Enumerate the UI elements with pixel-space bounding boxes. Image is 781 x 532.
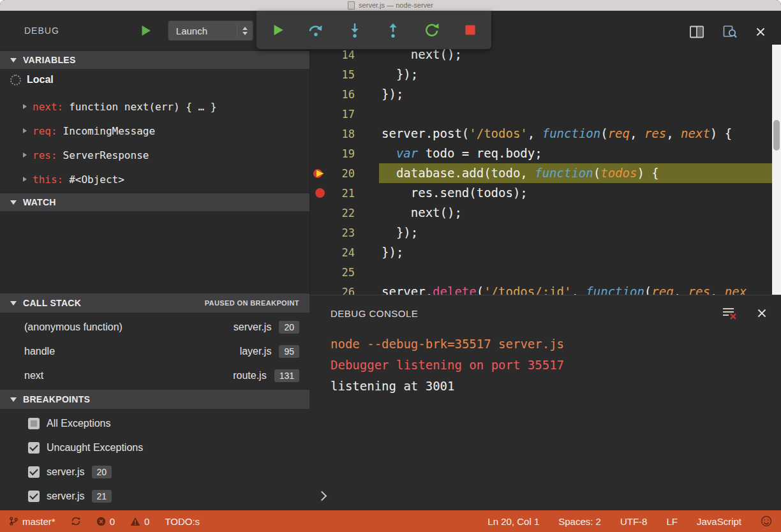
editor-scrollbar[interactable]	[772, 45, 781, 295]
breakpoints-section-header[interactable]: BREAKPOINTS	[0, 389, 309, 409]
breakpoint-checkbox[interactable]	[28, 491, 40, 502]
chevron-right-icon	[23, 177, 27, 182]
stop-button[interactable]	[459, 19, 481, 41]
callstack-list: (anonymous function)server.js20handlelay…	[0, 313, 309, 389]
callstack-frame[interactable]: (anonymous function)server.js20	[0, 315, 309, 339]
code-token: function	[542, 126, 601, 140]
status-0[interactable]: 0	[130, 516, 149, 527]
code-text[interactable]	[379, 104, 781, 124]
variable-row[interactable]: req:IncomingMessage	[0, 119, 309, 143]
variable-row[interactable]: next:function next(err) { … }	[0, 94, 309, 119]
code-text[interactable]: database.add(todo, function(todos) {	[379, 163, 781, 183]
breakpoint-checkbox[interactable]	[28, 442, 40, 454]
variable-row[interactable]: res:ServerResponse	[0, 143, 309, 167]
callstack-section-title: CALL STACK	[23, 298, 81, 308]
status-sync[interactable]	[71, 516, 81, 526]
code-line: 17	[310, 104, 781, 124]
console-prompt-icon	[317, 491, 327, 501]
console-input-row[interactable]	[309, 489, 781, 505]
code-line: 20 database.add(todo, function(todos) {	[310, 163, 781, 183]
code-token: todo = req.body;	[418, 146, 542, 160]
status-todo-s[interactable]: TODO:s	[165, 516, 200, 527]
breakpoint-row[interactable]: Uncaught Exceptions	[0, 436, 309, 460]
variable-row[interactable]: this:#<Object>	[0, 167, 309, 191]
step-into-button[interactable]	[344, 19, 366, 41]
step-out-button[interactable]	[382, 19, 404, 41]
callstack-frame[interactable]: handlelayer.js95	[0, 339, 309, 364]
code-text[interactable]: res.send(todos);	[379, 183, 781, 203]
line-number: 17	[329, 108, 355, 121]
search-editor-icon[interactable]	[722, 24, 738, 40]
code-token: todos	[600, 166, 637, 180]
breakpoint-row[interactable]: All Exceptions	[0, 411, 309, 436]
variable-name: res:	[33, 149, 57, 161]
status-label: Ln 20, Col 1	[487, 516, 539, 527]
step-over-button[interactable]	[305, 19, 327, 41]
frame-line-badge: 95	[279, 345, 299, 358]
code-text[interactable]: next();	[379, 203, 781, 223]
status-spaces-2[interactable]: Spaces: 2	[558, 516, 601, 527]
paused-status-badge: PAUSED ON BREAKPOINT	[205, 299, 299, 307]
status-javascript[interactable]: JavaScript	[697, 516, 741, 527]
frame-file: server.js	[234, 321, 272, 333]
status-lf[interactable]: LF	[666, 516, 678, 527]
code-token: database.add(todo,	[382, 166, 535, 180]
line-number: 20	[329, 167, 355, 180]
code-text[interactable]: server.delete('/todos/:id', function(req…	[379, 282, 781, 295]
breakpoint-icon[interactable]	[310, 188, 329, 198]
code-token: });	[382, 245, 403, 259]
clear-console-icon[interactable]	[721, 306, 738, 321]
editor[interactable]: 14 next();15 });16});1718server.post('/t…	[309, 11, 781, 295]
code-text[interactable]	[379, 262, 781, 282]
status-ln-20-col-1[interactable]: Ln 20, Col 1	[487, 516, 539, 527]
close-editor-icon[interactable]	[755, 27, 766, 37]
code-text[interactable]: var todo = req.body;	[379, 144, 781, 163]
breakpoint-label: All Exceptions	[47, 418, 111, 429]
debug-panel-title: DEBUG	[24, 26, 59, 36]
start-debug-button[interactable]	[141, 25, 151, 36]
status-smiley[interactable]	[761, 515, 772, 527]
code-line: 26server.delete('/todos/:id', function(r…	[310, 282, 781, 295]
breakpoint-line-badge: 20	[92, 466, 112, 479]
breakpoint-row[interactable]: server.js21	[0, 484, 309, 508]
status-master[interactable]: master*	[9, 516, 56, 527]
code-text[interactable]: server.post('/todos', function(req, res,…	[379, 124, 781, 144]
status-label: UTF-8	[620, 516, 648, 527]
code-text[interactable]: });	[379, 64, 781, 84]
scope-local[interactable]: Local	[0, 69, 309, 91]
code-line: 25	[310, 262, 781, 282]
console-line: Debugger listening on port 35517	[331, 355, 781, 376]
breakpoint-checkbox[interactable]	[28, 418, 40, 429]
code-token: var	[396, 146, 418, 160]
launch-config-select[interactable]: Launch	[168, 20, 253, 41]
continue-button[interactable]	[267, 19, 288, 41]
chevron-right-icon	[23, 152, 27, 158]
status-utf-8[interactable]: UTF-8	[620, 516, 648, 527]
variables-section-title: VARIABLES	[23, 55, 76, 65]
variables-section-header[interactable]: VARIABLES	[0, 50, 309, 69]
callstack-frame[interactable]: nextroute.js131	[0, 364, 309, 388]
code-token: (	[477, 284, 484, 295]
line-number: 18	[329, 128, 355, 140]
watch-section-header[interactable]: WATCH	[0, 193, 309, 211]
breakpoint-row[interactable]: server.js20	[0, 460, 309, 484]
frame-name: (anonymous function)	[24, 321, 123, 333]
code-line: 23 });	[310, 223, 781, 242]
debug-current-line-icon[interactable]	[310, 168, 329, 179]
split-editor-icon[interactable]	[689, 25, 704, 39]
code-token: ,	[666, 126, 681, 140]
status-0[interactable]: 0	[96, 516, 115, 527]
breakpoint-checkbox[interactable]	[28, 466, 40, 478]
code-text[interactable]: });	[379, 84, 781, 104]
code-text[interactable]: });	[379, 223, 781, 242]
code-token	[382, 146, 396, 160]
breakpoints-section-title: BREAKPOINTS	[23, 394, 90, 404]
scrollbar-thumb[interactable]	[773, 120, 780, 151]
callstack-section-header[interactable]: CALL STACK PAUSED ON BREAKPOINT	[0, 293, 309, 313]
restart-button[interactable]	[421, 19, 443, 41]
code-text[interactable]: });	[379, 242, 781, 262]
close-console-icon[interactable]	[757, 308, 767, 318]
code-token: server.post(	[382, 126, 469, 140]
code-token: next();	[382, 205, 462, 219]
chevron-right-icon	[23, 104, 27, 109]
